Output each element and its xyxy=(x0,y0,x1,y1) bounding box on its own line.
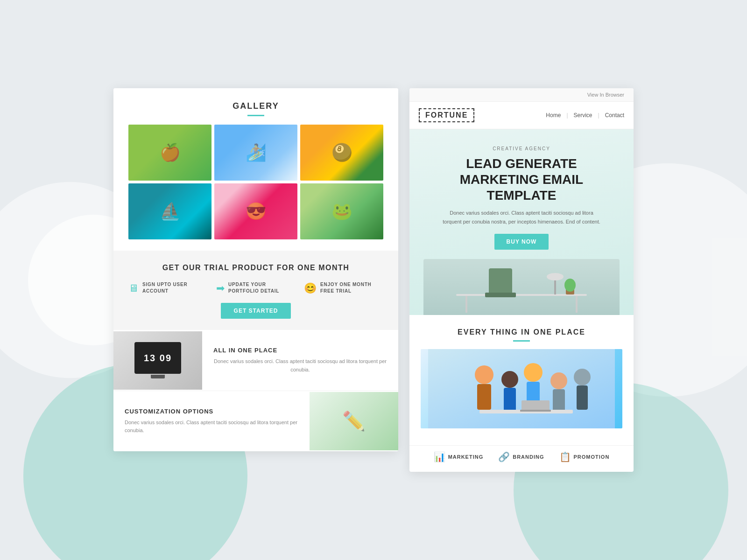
desk-scene-svg xyxy=(428,259,615,315)
monitor-time: 13 09 xyxy=(144,353,172,364)
nav-service[interactable]: Service xyxy=(574,112,592,119)
gallery-section: GALLERY 🍎 🏄 🎱 ⛵ 😎 🐸 xyxy=(113,88,398,251)
gallery-grid: 🍎 🏄 🎱 ⛵ 😎 🐸 xyxy=(128,125,383,239)
branding-label: BRANDING xyxy=(513,454,544,460)
gallery-icon-3: 🎱 xyxy=(331,143,352,162)
nav-sep-2: | xyxy=(598,112,599,119)
marketing-icon: 📊 xyxy=(434,451,445,462)
gallery-title: GALLERY xyxy=(128,101,383,111)
email-bottom-icons: 📊 MARKETING 🔗 BRANDING 📋 PROMOTION xyxy=(409,445,634,472)
sign-up-icon: 🖥 xyxy=(128,282,139,294)
gallery-icon-2: 🏄 xyxy=(246,143,267,162)
gallery-item-6[interactable]: 🐸 xyxy=(300,183,383,239)
gallery-icon-4: ⛵ xyxy=(160,202,181,221)
email-everything-section: EVERY THING IN ONE PLACE xyxy=(409,315,634,445)
branding-icon: 🔗 xyxy=(498,451,510,462)
customization-content: CUSTOMIZATION OPTIONS Donec varius sodal… xyxy=(113,399,310,444)
promotion-label: PROMOTION xyxy=(574,454,610,460)
svg-rect-19 xyxy=(577,385,588,410)
trial-steps: 🖥 SIGN UPTO USER ACCOUNT ➡ UPDATE YOUR P… xyxy=(128,281,383,294)
svg-rect-1 xyxy=(489,268,512,294)
svg-rect-21 xyxy=(521,400,550,411)
gallery-icon-5: 😎 xyxy=(246,202,267,221)
email-nav-links: Home | Service | Contact xyxy=(546,112,624,119)
customization-image: ✏️ xyxy=(310,392,398,450)
all-in-one-content: ALL IN ONE PLACE Donec varius sodales or… xyxy=(202,337,398,383)
gallery-item-5[interactable]: 😎 xyxy=(214,183,297,239)
svg-rect-17 xyxy=(553,389,565,412)
all-in-one-title: ALL IN ONE PLACE xyxy=(213,347,387,354)
trial-step-3: 😊 ENJOY ONE MONTH FREE TRIAL xyxy=(304,281,383,294)
promotion-icon: 📋 xyxy=(559,451,571,462)
nav-sep-1: | xyxy=(566,112,568,119)
hero-tag: CREATIVE AGENCY xyxy=(428,146,615,151)
trial-title: GET OUR TRIAL PRODUCT FOR ONE MONTH xyxy=(128,264,383,272)
all-in-one-image: 13 09 xyxy=(113,331,202,390)
desk-illustration xyxy=(423,259,620,315)
gallery-item-1[interactable]: 🍎 xyxy=(128,125,211,181)
svg-rect-11 xyxy=(477,384,491,410)
customization-image-icon: ✏️ xyxy=(342,410,366,432)
customization-title: CUSTOMIZATION OPTIONS xyxy=(125,408,298,415)
trial-step-1: 🖥 SIGN UPTO USER ACCOUNT xyxy=(128,281,208,294)
hero-image-area xyxy=(423,259,620,315)
email-top-bar: View In Browser xyxy=(409,88,634,102)
marketing-label: MARKETING xyxy=(448,454,484,460)
trial-step-1-text: SIGN UPTO USER ACCOUNT xyxy=(142,281,208,294)
right-panel: View In Browser FORTUNE Home | Service |… xyxy=(409,88,634,471)
svg-point-18 xyxy=(574,369,591,385)
marketing-item: 📊 MARKETING xyxy=(434,451,484,462)
trial-step-3-text: ENJOY ONE MONTH FREE TRIAL xyxy=(320,281,383,294)
email-hero: CREATIVE AGENCY LEAD GENERATE MARKETING … xyxy=(409,129,634,315)
portfolio-icon: ➡ xyxy=(216,282,225,294)
everything-title: EVERY THING IN ONE PLACE xyxy=(421,328,622,336)
enjoy-icon: 😊 xyxy=(304,282,317,294)
trial-section: GET OUR TRIAL PRODUCT FOR ONE MONTH 🖥 SI… xyxy=(113,251,398,330)
branding-item: 🔗 BRANDING xyxy=(498,451,544,462)
svg-point-6 xyxy=(564,279,576,292)
svg-point-14 xyxy=(524,363,543,382)
all-in-one-description: Donec varius sodales orci. Class aptent … xyxy=(213,357,387,374)
svg-rect-8 xyxy=(576,296,578,313)
svg-point-16 xyxy=(550,372,567,389)
gallery-underline xyxy=(247,115,264,116)
svg-rect-2 xyxy=(485,293,516,297)
get-started-button[interactable]: GET STARTED xyxy=(221,303,291,319)
everything-image xyxy=(421,349,622,428)
hero-description: Donec varius sodales orci. Class aptent … xyxy=(442,209,601,226)
left-panel: GALLERY 🍎 🏄 🎱 ⛵ 😎 🐸 xyxy=(113,88,398,451)
everything-underline xyxy=(513,340,530,342)
buy-now-button[interactable]: BUY NOW xyxy=(494,234,549,250)
monitor-stand xyxy=(151,375,165,378)
view-in-browser-link[interactable]: View In Browser xyxy=(587,92,624,98)
customization-description: Donec varius sodales orci. Class aptent … xyxy=(125,419,298,435)
fortune-logo: FORTUNE xyxy=(419,108,474,122)
trial-step-2: ➡ UPDATE YOUR PORTFOLIO DETAIL xyxy=(216,281,296,294)
svg-rect-13 xyxy=(504,388,516,411)
svg-point-10 xyxy=(475,365,493,384)
customization-section: CUSTOMIZATION OPTIONS Donec varius sodal… xyxy=(113,391,398,451)
panels-wrapper: GALLERY 🍎 🏄 🎱 ⛵ 😎 🐸 xyxy=(113,88,634,471)
monitor-mockup: 13 09 xyxy=(134,342,181,374)
team-svg xyxy=(428,349,615,428)
svg-rect-22 xyxy=(520,410,551,412)
gallery-icon-6: 🐸 xyxy=(331,202,352,221)
gallery-item-3[interactable]: 🎱 xyxy=(300,125,383,181)
gallery-item-2[interactable]: 🏄 xyxy=(214,125,297,181)
hero-title: LEAD GENERATE MARKETING EMAIL TEMPLATE xyxy=(428,156,615,203)
gallery-icon-1: 🍎 xyxy=(160,143,181,162)
nav-contact[interactable]: Contact xyxy=(605,112,624,119)
email-nav: FORTUNE Home | Service | Contact xyxy=(409,102,634,129)
promotion-item: 📋 PROMOTION xyxy=(559,451,610,462)
svg-point-12 xyxy=(501,371,518,388)
svg-point-4 xyxy=(547,273,564,280)
trial-step-2-text: UPDATE YOUR PORTFOLIO DETAIL xyxy=(228,281,296,294)
nav-home[interactable]: Home xyxy=(546,112,561,119)
svg-rect-7 xyxy=(465,296,467,313)
all-in-one-section: 13 09 ALL IN ONE PLACE Donec varius soda… xyxy=(113,330,398,391)
gallery-item-4[interactable]: ⛵ xyxy=(128,183,211,239)
